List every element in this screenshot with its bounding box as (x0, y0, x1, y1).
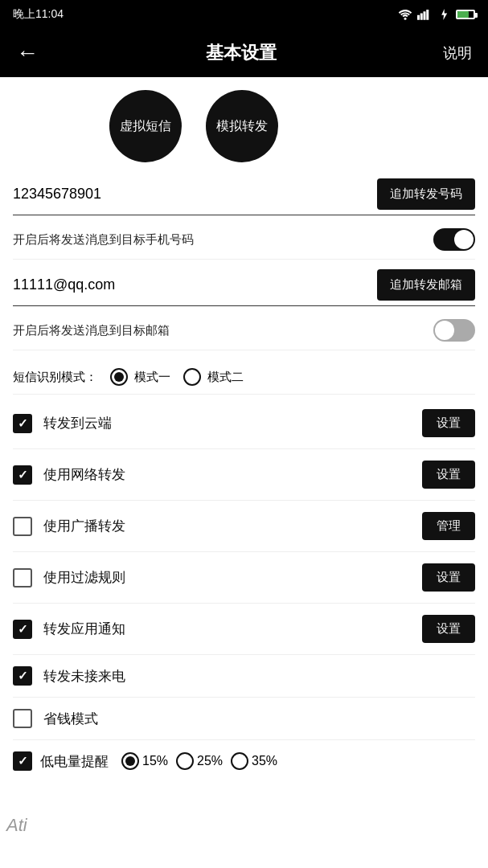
label-save-mode: 省钱模式 (43, 710, 98, 728)
battery-option-25[interactable]: 25% (176, 752, 223, 770)
page-title: 基本设置 (206, 41, 277, 65)
label-network-forward: 使用网络转发 (43, 465, 125, 484)
svg-rect-3 (424, 11, 426, 20)
battery-label-15: 15% (142, 754, 168, 768)
phone-input-row: 追加转发号码 (13, 178, 475, 215)
checkbox-item-filter-rules: 使用过滤规则 设置 (13, 552, 475, 604)
sms-mode-option-1[interactable]: 模式一 (110, 368, 170, 386)
svg-rect-2 (420, 14, 423, 20)
virtual-sms-button[interactable]: 虚拟 短信 (109, 90, 182, 162)
svg-rect-4 (426, 10, 429, 20)
checkbox-network-forward[interactable] (13, 465, 32, 485)
status-bar: 晚上11:04 (0, 0, 488, 29)
phone-toggle-row: 开启后将发送消息到目标手机号码 (13, 220, 475, 260)
setting-btn-app-notify[interactable]: 设置 (422, 615, 475, 643)
checkbox-filter-rules[interactable] (13, 568, 32, 588)
label-missed-calls: 转发未接来电 (43, 667, 125, 686)
setting-btn-filter-rules[interactable]: 设置 (422, 563, 475, 592)
email-input[interactable] (13, 272, 369, 298)
email-toggle-row: 开启后将发送消息到目标邮箱 (13, 311, 475, 350)
add-email-button[interactable]: 追加转发邮箱 (377, 269, 475, 301)
battery-label-25: 25% (197, 754, 223, 768)
battery-option-35[interactable]: 35% (231, 752, 277, 770)
checkbox-item-forward-cloud: 转发到云端 设置 (13, 398, 475, 449)
email-toggle-knob (435, 321, 454, 340)
checkbox-broadcast-forward[interactable] (13, 517, 32, 536)
checkbox-missed-calls[interactable] (13, 666, 32, 686)
setting-btn-forward-cloud[interactable]: 设置 (422, 409, 475, 437)
battery-radio-35[interactable] (231, 752, 248, 770)
status-time: 晚上11:04 (13, 7, 64, 22)
svg-rect-1 (417, 15, 420, 20)
bottom-ati-text: Ati (6, 815, 27, 836)
sms-mode-option-2[interactable]: 模式二 (183, 368, 244, 386)
email-toggle-switch[interactable] (433, 319, 475, 342)
svg-point-0 (404, 18, 407, 20)
setting-btn-network-forward[interactable]: 设置 (422, 461, 475, 489)
phone-toggle-label: 开启后将发送消息到目标手机号码 (13, 232, 194, 248)
checkbox-app-notify[interactable] (13, 620, 32, 639)
battery-radio-15[interactable] (121, 752, 139, 770)
battery-option-15[interactable]: 15% (121, 752, 168, 770)
battery-label-35: 35% (252, 754, 277, 768)
back-button[interactable]: ← (16, 40, 39, 66)
svg-marker-5 (441, 9, 447, 20)
label-broadcast-forward: 使用广播转发 (43, 517, 125, 535)
signal-icon (417, 9, 432, 20)
battery-options: 15% 25% 35% (121, 752, 277, 770)
battery-icon (456, 10, 475, 19)
wifi-icon (398, 9, 412, 20)
manage-btn-broadcast-forward[interactable]: 管理 (422, 512, 475, 540)
top-buttons: 虚拟 短信 模拟 转发 (13, 90, 475, 162)
simulate-forward-button[interactable]: 模拟 转发 (206, 90, 278, 162)
email-toggle-label: 开启后将发送消息到目标邮箱 (13, 323, 170, 338)
sms-mode-radio-2[interactable] (183, 368, 201, 386)
checkbox-item-network-forward: 使用网络转发 设置 (13, 449, 475, 501)
label-battery-alert: 低电量提醒 (40, 752, 109, 771)
main-content: 虚拟 短信 模拟 转发 追加转发号码 开启后将发送消息到目标手机号码 追加转发邮… (0, 77, 488, 795)
sms-mode-radio-1[interactable] (110, 368, 128, 386)
phone-toggle-switch[interactable] (433, 228, 475, 251)
sms-mode-label-2: 模式二 (207, 370, 244, 385)
email-input-row: 追加转发邮箱 (13, 269, 475, 306)
help-button[interactable]: 说明 (443, 43, 472, 63)
checkbox-item-save-mode: 省钱模式 (13, 698, 475, 740)
checkbox-item-app-notify: 转发应用通知 设置 (13, 604, 475, 655)
header: ← 基本设置 说明 (0, 29, 488, 77)
battery-radio-25[interactable] (176, 752, 194, 770)
checkbox-item-missed-calls: 转发未接来电 (13, 655, 475, 698)
sms-mode-label: 短信识别模式： (13, 370, 97, 385)
charging-icon (437, 9, 451, 20)
label-app-notify: 转发应用通知 (43, 620, 125, 638)
status-icons (398, 9, 475, 20)
checkbox-forward-cloud[interactable] (13, 414, 32, 433)
add-phone-button[interactable]: 追加转发号码 (377, 178, 475, 210)
checkbox-item-broadcast-forward: 使用广播转发 管理 (13, 501, 475, 552)
sms-mode-row: 短信识别模式： 模式一 模式二 (13, 360, 475, 395)
checkbox-battery-alert[interactable] (13, 751, 32, 771)
label-filter-rules: 使用过滤规则 (43, 568, 125, 587)
checkbox-list: 转发到云端 设置 使用网络转发 设置 使用广播转发 管理 使用过滤规则 (13, 398, 475, 782)
phone-toggle-knob (454, 230, 474, 249)
phone-input[interactable] (13, 181, 369, 207)
battery-alert-row: 低电量提醒 15% 25% 35% (13, 740, 475, 782)
checkbox-save-mode[interactable] (13, 709, 32, 728)
sms-mode-label-1: 模式一 (134, 370, 170, 385)
label-forward-cloud: 转发到云端 (43, 414, 112, 432)
